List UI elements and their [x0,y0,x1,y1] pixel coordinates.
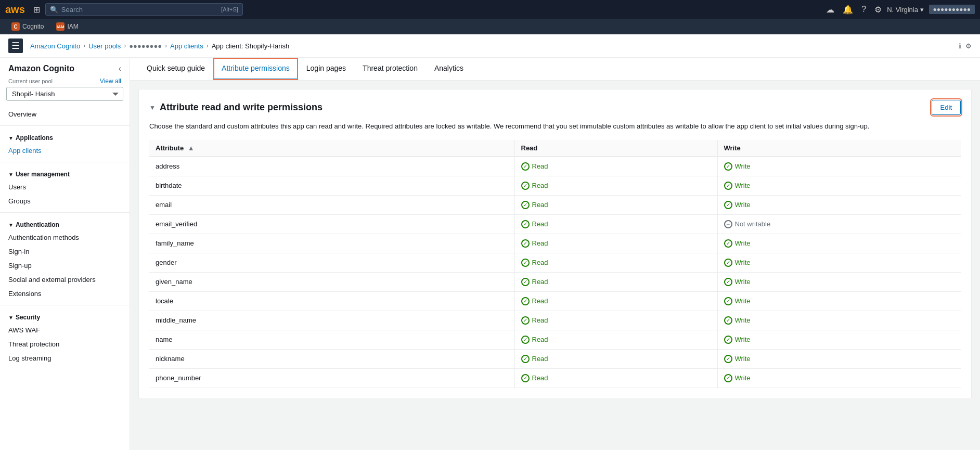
sidebar-item-groups[interactable]: Groups [0,194,130,208]
tab-quick-setup[interactable]: Quick setup guide [138,58,213,80]
sidebar-divider-3 [0,212,130,213]
search-hint: [Alt+S] [221,6,238,12]
cell-attribute-5: gender [149,253,514,272]
table-row: middle_name✓Read✓Write [149,311,961,330]
tab-analytics[interactable]: Analytics [426,58,472,80]
sidebar-item-social-external[interactable]: Social and external providers [0,273,130,287]
sidebar-item-auth-methods[interactable]: Authentication methods [0,230,130,245]
sidebar-section-user-management[interactable]: ▼ User management [0,166,130,180]
sidebar-item-app-clients[interactable]: App clients [0,144,130,158]
caret-user-management: ▼ [8,172,14,177]
write-check-icon-0: ✓ [724,162,732,171]
sidebar-item-threat-protection[interactable]: Threat protection [0,337,130,351]
breadcrumb-sep-2: › [124,42,126,49]
cell-write-9: ✓Write [717,330,961,349]
sidebar-item-aws-waf[interactable]: AWS WAF [0,323,130,337]
write-check-icon-11: ✓ [724,374,732,382]
read-check-icon-4: ✓ [521,239,530,248]
table-row: email_verified✓Read−Not writable [149,214,961,234]
read-check-icon-6: ✓ [521,278,530,286]
settings-page-icon[interactable]: ⚙ [965,42,972,50]
bell-icon[interactable]: 🔔 [843,5,853,15]
info-icon[interactable]: ℹ [959,42,961,50]
table-row: phone_number✓Read✓Write [149,368,961,388]
cell-write-6: ✓Write [717,272,961,291]
caret-authentication: ▼ [8,222,14,228]
card-title: Attribute read and write permissions [160,102,323,113]
card-collapse-button[interactable]: ▼ [149,104,156,111]
sidebar-user-pool-label: Current user pool View all [0,78,130,87]
breadcrumb-sep-3: › [165,42,167,49]
sidebar-section-user-management-label: User management [16,171,70,178]
cell-attribute-10: nickname [149,349,514,368]
cell-read-3: ✓Read [514,214,717,234]
sidebar-section-security[interactable]: ▼ Security [0,310,130,323]
cell-attribute-6: given_name [149,272,514,291]
read-check-icon-3: ✓ [521,220,530,228]
card-description: Choose the standard and custom attribute… [149,121,961,132]
cell-write-1: ✓Write [717,176,961,195]
edit-button[interactable]: Edit [932,100,961,115]
breadcrumb-user-pools[interactable]: User pools [88,42,121,50]
read-check-icon-0: ✓ [521,162,530,171]
breadcrumb-pool-name: ●●●●●●●● [129,42,162,50]
cell-read-4: ✓Read [514,234,717,253]
breadcrumb-bar: ☰ Amazon Cognito › User pools › ●●●●●●●●… [0,34,980,58]
iam-icon: IAM [56,22,65,31]
pool-select[interactable]: Shopif- Harish [6,87,123,101]
tab-attribute-permissions[interactable]: Attribute permissions [213,58,298,80]
region-selector[interactable]: N. Virginia ▾ [887,6,923,14]
table-row: birthdate✓Read✓Write [149,176,961,195]
sidebar-item-log-streaming[interactable]: Log streaming [0,351,130,365]
read-check-icon-11: ✓ [521,374,530,382]
sidebar-item-users[interactable]: Users [0,180,130,194]
sidebar-item-overview[interactable]: Overview [0,107,130,121]
sidebar-item-extensions[interactable]: Extensions [0,287,130,301]
sidebar-section-applications[interactable]: ▼ Applications [0,130,130,144]
search-input[interactable] [61,6,218,14]
table-row: locale✓Read✓Write [149,291,961,311]
search-bar[interactable]: 🔍 [Alt+S] [45,3,243,16]
cell-write-5: ✓Write [717,253,961,272]
breadcrumb-current-page: App client: Shopify-Harish [212,42,290,50]
service-tab-cognito[interactable]: C Cognito [6,20,49,33]
settings-icon[interactable]: ⚙ [874,5,882,15]
content-area: Quick setup guide Attribute permissions … [130,58,980,450]
view-all-link[interactable]: View all [100,78,121,85]
sidebar-section-authentication[interactable]: ▼ Authentication [0,217,130,230]
hamburger-button[interactable]: ☰ [8,38,23,53]
cloud-icon[interactable]: ☁ [826,5,834,15]
breadcrumb-amazon-cognito[interactable]: Amazon Cognito [30,42,80,50]
cell-read-9: ✓Read [514,330,717,349]
col-header-write: Write [717,140,961,157]
cell-read-2: ✓Read [514,195,717,214]
cell-write-10: ✓Write [717,349,961,368]
service-tabs: C Cognito IAM IAM [0,19,980,34]
sidebar-pool-selector[interactable]: Shopif- Harish [0,87,130,107]
write-check-icon-5: ✓ [724,259,732,267]
read-check-icon-5: ✓ [521,259,530,267]
sidebar-title: Amazon Cognito ‹ [0,64,130,78]
tab-login-pages[interactable]: Login pages [298,58,354,80]
breadcrumb-app-clients[interactable]: App clients [170,42,203,50]
table-row: address✓Read✓Write [149,157,961,176]
cell-read-8: ✓Read [514,311,717,330]
cell-attribute-0: address [149,157,514,176]
service-tab-iam[interactable]: IAM IAM [51,20,83,33]
sidebar-item-sign-up[interactable]: Sign-up [0,259,130,273]
read-check-icon-8: ✓ [521,316,530,325]
cell-write-2: ✓Write [717,195,961,214]
sidebar-item-sign-in[interactable]: Sign-in [0,245,130,259]
grid-icon[interactable]: ⊞ [33,5,40,15]
cell-read-0: ✓Read [514,157,717,176]
tab-threat-protection[interactable]: Threat protection [354,58,426,80]
cell-read-11: ✓Read [514,368,717,388]
user-menu[interactable]: ●●●●●●●●●● [929,5,975,14]
col-header-attribute[interactable]: Attribute ▲ [149,140,514,157]
help-icon[interactable]: ? [861,5,866,14]
attribute-permissions-card: ▼ Attribute read and write permissions E… [138,89,972,399]
cell-attribute-9: name [149,330,514,349]
cell-attribute-1: birthdate [149,176,514,195]
cell-write-3: −Not writable [717,214,961,234]
sidebar-collapse-button[interactable]: ‹ [119,64,121,73]
